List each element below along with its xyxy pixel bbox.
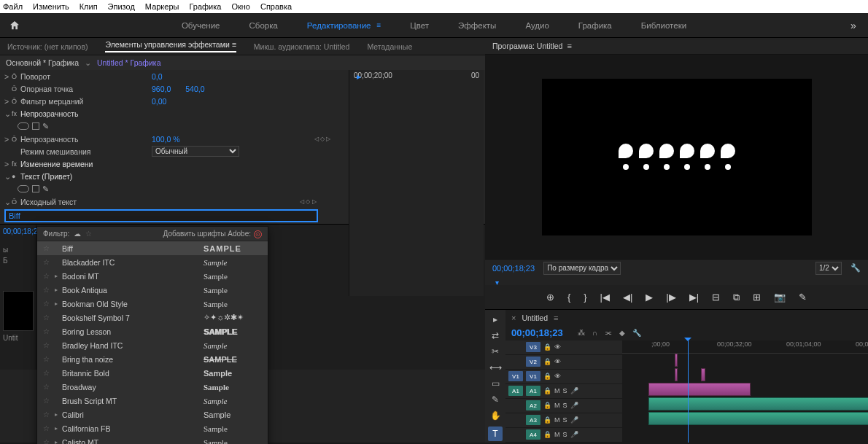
favorite-star-icon[interactable]: ☆ [43, 355, 55, 363]
audio-clip[interactable] [648, 397, 868, 410]
workspace-tab[interactable]: Редактирование≡ [307, 21, 381, 30]
lock-icon[interactable]: 🔒 [543, 358, 551, 365]
font-item[interactable]: ☆ Boring Lesson SAMPLE [37, 324, 268, 338]
lock-icon[interactable]: 🔒 [543, 387, 551, 394]
playhead-icon[interactable]: ▸ [357, 71, 361, 82]
font-item[interactable]: ☆ ▸ Californian FB Sample [37, 421, 268, 435]
ellipse-mask-icon[interactable] [18, 122, 29, 130]
workspace-tab[interactable]: Цвет [410, 21, 429, 30]
expand-icon[interactable]: ▸ [55, 425, 62, 432]
video-clip[interactable] [701, 368, 705, 381]
solo-icon[interactable]: S [563, 431, 567, 438]
tool-5[interactable]: ✎ [492, 394, 499, 405]
expand-icon[interactable]: ▸ [55, 411, 62, 418]
panel-tab[interactable]: Микш. аудиоклипа: Untitled [254, 42, 350, 51]
pen-mask-icon[interactable]: ✎ [42, 122, 49, 131]
add-fonts-label[interactable]: Добавить шрифты Adobe: [163, 230, 251, 238]
workspace-overflow[interactable]: » [839, 20, 868, 31]
font-item[interactable]: ☆ Bring tha noize SAMPLE [37, 352, 268, 366]
panel-menu-icon[interactable]: ≡ [554, 313, 558, 322]
timeline-ruler[interactable]: ;00;0000;00;32;0000;01;04;0000;01;36;000… [622, 340, 868, 354]
font-item[interactable]: ☆ Bookshelf Symbol 7 ✧✦☼✲✱✴ [37, 311, 268, 324]
transport-button-11[interactable]: 📷 [774, 292, 786, 303]
track-target[interactable]: A3 [526, 415, 540, 425]
menu-Справка[interactable]: Справка [260, 2, 292, 11]
tool-3[interactable]: ⟷ [489, 362, 502, 373]
lock-icon[interactable]: 🔒 [543, 431, 551, 438]
property-value[interactable]: 960,0 [152, 85, 171, 93]
twirl-icon[interactable]: ⌄ [4, 109, 12, 118]
mic-icon[interactable]: 🎤 [570, 387, 578, 394]
menu-Файл[interactable]: Файл [3, 2, 23, 11]
magnet-icon[interactable]: ∩ [592, 329, 597, 337]
favorite-star-icon[interactable]: ☆ [43, 244, 55, 252]
expand-icon[interactable]: ▸ [55, 439, 62, 444]
transport-button-1[interactable]: { [567, 292, 570, 303]
property-value[interactable]: 540,0 [185, 85, 204, 93]
project-thumb[interactable] [3, 291, 34, 331]
workspace-tab[interactable]: Сборка [249, 21, 277, 30]
favorite-star-icon[interactable]: ☆ [43, 410, 55, 418]
font-item[interactable]: ☆ ▸ Book Antiqua Sample [37, 283, 268, 297]
fit-select[interactable]: По размеру кадра [543, 262, 621, 275]
property-value[interactable]: 100,0 % [152, 135, 180, 144]
link-icon[interactable]: ⫘ [605, 329, 612, 337]
expand-icon[interactable]: ▸ [55, 273, 62, 279]
menu-Графика[interactable]: Графика [189, 2, 221, 11]
favorite-star-icon[interactable]: ☆ [43, 327, 55, 335]
workspace-tab[interactable]: Графика [578, 21, 612, 30]
favorite-star-icon[interactable]: ☆ [43, 438, 55, 444]
favorite-star-icon[interactable]: ☆ [43, 286, 55, 294]
program-monitor[interactable] [485, 55, 868, 259]
font-item[interactable]: ☆ Brush Script MT Sample [37, 394, 268, 408]
source-patch[interactable]: V1 [508, 371, 523, 381]
menu-Изменить[interactable]: Изменить [33, 2, 69, 11]
panel-tab[interactable]: Элементы управления эффектами ≡ [105, 40, 236, 52]
favorite-star-icon[interactable]: ☆ [43, 369, 55, 377]
twirl-icon[interactable]: > [4, 160, 12, 168]
transport-button-12[interactable]: ✎ [799, 292, 807, 303]
favorite-star-icon[interactable]: ☆ [43, 341, 55, 349]
panel-menu-icon[interactable]: ≡ [230, 40, 236, 49]
workspace-tab[interactable]: Эффекты [458, 21, 496, 30]
crumb-sequence[interactable]: Untitled * Графика [97, 58, 160, 67]
rect-mask-icon[interactable] [32, 122, 39, 130]
property-value[interactable]: 0,0 [152, 72, 163, 81]
favorite-star-icon[interactable]: ☆ [43, 397, 55, 405]
tool-1[interactable]: ⇄ [492, 330, 499, 340]
tool-7[interactable]: T [488, 427, 503, 441]
mic-icon[interactable]: 🎤 [570, 416, 578, 424]
panel-tab[interactable]: Источник: (нет клипов) [7, 42, 88, 51]
favorite-star-icon[interactable]: ☆ [43, 258, 55, 266]
transport-button-7[interactable]: ▶| [689, 292, 699, 303]
stopwatch-icon[interactable]: ● [12, 173, 20, 180]
lock-icon[interactable]: 🔒 [543, 373, 551, 380]
keyframe-nav[interactable]: ◁ ◇ ▷ [314, 136, 330, 142]
transport-button-3[interactable]: |◀ [600, 292, 610, 303]
workspace-tab[interactable]: Аудио [525, 21, 549, 30]
mute-icon[interactable]: M [554, 416, 560, 424]
blend-mode-select[interactable]: Обычный [152, 146, 239, 157]
audio-track-header[interactable]: A4 🔒 M S 🎤 [505, 428, 622, 443]
stopwatch-icon[interactable]: fx [12, 160, 20, 168]
font-item[interactable]: ☆ Bradley Hand ITC Sample [37, 338, 268, 352]
twirl-icon[interactable]: > [4, 72, 12, 81]
menu-Эпизод[interactable]: Эпизод [108, 2, 135, 11]
font-item[interactable]: ☆ Britannic Bold Sample [37, 366, 268, 380]
stopwatch-icon[interactable]: Ō [12, 198, 20, 206]
font-item[interactable]: ☆ Broadway Sample [37, 380, 268, 394]
mute-icon[interactable]: M [554, 431, 560, 438]
favorite-star-icon[interactable]: ☆ [43, 383, 55, 391]
font-item[interactable]: ☆ Blackadder ITC Sample [37, 255, 268, 269]
expand-icon[interactable]: ▸ [55, 300, 62, 307]
audio-clip[interactable] [648, 412, 868, 425]
scrubber-playhead-icon[interactable]: ▾ [495, 279, 499, 287]
panel-tab[interactable]: Метаданные [367, 42, 412, 51]
solo-icon[interactable]: S [563, 416, 567, 424]
adobe-fonts-icon[interactable]: ⊙ [254, 230, 262, 238]
favorite-star-icon[interactable]: ☆ [43, 313, 55, 322]
stopwatch-icon[interactable]: Ō [12, 136, 20, 143]
stopwatch-icon[interactable]: Ō [12, 73, 20, 80]
tool-0[interactable]: ▸ [493, 314, 497, 324]
transport-button-2[interactable]: } [584, 292, 586, 303]
